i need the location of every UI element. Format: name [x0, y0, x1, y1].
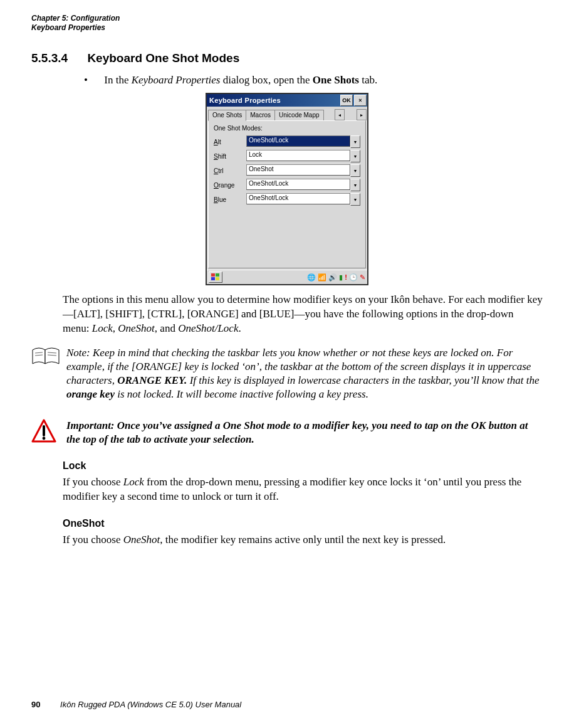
tray-clock-icon[interactable]: 🕒 — [349, 273, 358, 282]
label-blue: Blue — [214, 196, 246, 203]
chevron-down-icon[interactable]: ▼ — [350, 179, 360, 191]
tray-globe-icon[interactable]: 🌐 — [307, 273, 316, 282]
chevron-down-icon[interactable]: ▼ — [350, 164, 360, 177]
tab-unicode[interactable]: Unicode Mapp — [274, 110, 323, 120]
label-ctrl: Ctrl — [214, 167, 246, 174]
tab-scroll-left[interactable]: ◂ — [335, 109, 345, 120]
chevron-down-icon[interactable]: ▼ — [350, 135, 360, 148]
combo-shift-value: Lock — [246, 150, 350, 161]
subhead-oneshot: OneShot — [63, 518, 543, 529]
tab-macros[interactable]: Macros — [246, 110, 275, 120]
tray-battery-icon[interactable]: ▮ — [339, 273, 343, 282]
row-alt: Alt OneShot/Lock ▼ — [214, 135, 360, 148]
warning-icon — [31, 419, 66, 446]
section-heading: 5.5.3.4 Keyboard One Shot Modes — [31, 51, 543, 65]
tab-one-shots[interactable]: One Shots — [208, 110, 246, 121]
page-number: 90 — [31, 700, 40, 709]
tray-pen-icon[interactable]: ✎ — [360, 273, 365, 282]
tray-network-icon[interactable]: 📶 — [318, 273, 326, 282]
bullet-icon: • — [84, 74, 102, 87]
lock-paragraph: If you choose Lock from the drop-down me… — [63, 475, 543, 504]
important-block: Important: Once you’ve assigned a One Sh… — [31, 419, 543, 446]
tray-volume-icon[interactable]: 🔊 — [328, 273, 337, 282]
row-blue: Blue OneShot/Lock ▼ — [214, 193, 360, 206]
tab-strip: One Shots Macros Unicode Mapp ◂ ▸ — [207, 108, 367, 120]
row-shift: Shift Lock ▼ — [214, 150, 360, 162]
chevron-down-icon[interactable]: ▼ — [350, 150, 360, 162]
svg-rect-0 — [211, 273, 215, 277]
label-orange: Orange — [214, 182, 246, 189]
section-title: Keyboard One Shot Modes — [87, 51, 239, 65]
footer-title: Ikôn Rugged PDA (Windows CE 5.0) User Ma… — [60, 700, 241, 709]
start-button[interactable] — [209, 272, 222, 283]
combo-blue-value: OneShot/Lock — [246, 193, 350, 204]
combo-orange-value: OneShot/Lock — [246, 179, 350, 190]
svg-rect-1 — [216, 273, 219, 277]
running-header-chapter: Chapter 5: Configuration — [31, 14, 543, 23]
procedure-step: • In the Keyboard Properties dialog box,… — [84, 74, 543, 87]
page-footer: 90 Ikôn Rugged PDA (Windows CE 5.0) User… — [31, 700, 241, 709]
label-alt: Alt — [214, 139, 246, 145]
keyboard-properties-dialog-figure: Keyboard Properties OK × One Shots Macro… — [206, 93, 368, 285]
combo-ctrl-value: OneShot — [246, 164, 350, 176]
keyboard-properties-dialog: Keyboard Properties OK × One Shots Macro… — [206, 93, 368, 285]
tray-alert-icon[interactable]: ! — [345, 273, 347, 281]
row-ctrl: Ctrl OneShot ▼ — [214, 164, 360, 177]
windows-logo-icon — [211, 273, 220, 281]
combo-blue[interactable]: OneShot/Lock ▼ — [246, 193, 360, 206]
body-paragraph-1: The options in this menu allow you to de… — [63, 293, 543, 336]
combo-alt[interactable]: OneShot/Lock ▼ — [246, 135, 360, 148]
dialog-titlebar: Keyboard Properties OK × — [207, 94, 367, 107]
chevron-down-icon[interactable]: ▼ — [350, 193, 360, 206]
step-text: In the Keyboard Properties dialog box, o… — [104, 74, 377, 86]
combo-shift[interactable]: Lock ▼ — [246, 150, 360, 162]
ok-button[interactable]: OK — [340, 95, 353, 106]
combo-ctrl[interactable]: OneShot ▼ — [246, 164, 360, 177]
running-header-section: Keyboard Properties — [31, 23, 543, 33]
svg-rect-3 — [216, 277, 219, 280]
subhead-lock: Lock — [63, 460, 543, 472]
tab-scroll-right[interactable]: ▸ — [357, 109, 367, 120]
svg-point-10 — [43, 437, 46, 440]
group-label: One Shot Modes: — [214, 125, 360, 132]
oneshot-paragraph: If you choose OneShot, the modifier key … — [63, 533, 543, 547]
combo-orange[interactable]: OneShot/Lock ▼ — [246, 179, 360, 191]
note-text: Note: Keep in mind that checking the tas… — [66, 346, 543, 401]
row-orange: Orange OneShot/Lock ▼ — [214, 179, 360, 191]
close-button[interactable]: × — [354, 95, 367, 106]
taskbar: 🌐 📶 🔊 ▮ ! 🕒 ✎ — [207, 270, 367, 284]
label-shift: Shift — [214, 153, 246, 160]
note-block: Note: Keep in mind that checking the tas… — [31, 346, 543, 401]
section-number: 5.5.3.4 — [31, 51, 68, 65]
tab-pane: One Shot Modes: Alt OneShot/Lock ▼ Shift… — [208, 120, 366, 268]
system-tray: 🌐 📶 🔊 ▮ ! 🕒 ✎ — [307, 273, 365, 282]
combo-alt-value: OneShot/Lock — [246, 135, 350, 147]
dialog-title: Keyboard Properties — [209, 97, 340, 104]
important-text: Important: Once you’ve assigned a One Sh… — [66, 419, 543, 446]
svg-rect-2 — [211, 277, 215, 280]
book-icon — [31, 346, 66, 401]
